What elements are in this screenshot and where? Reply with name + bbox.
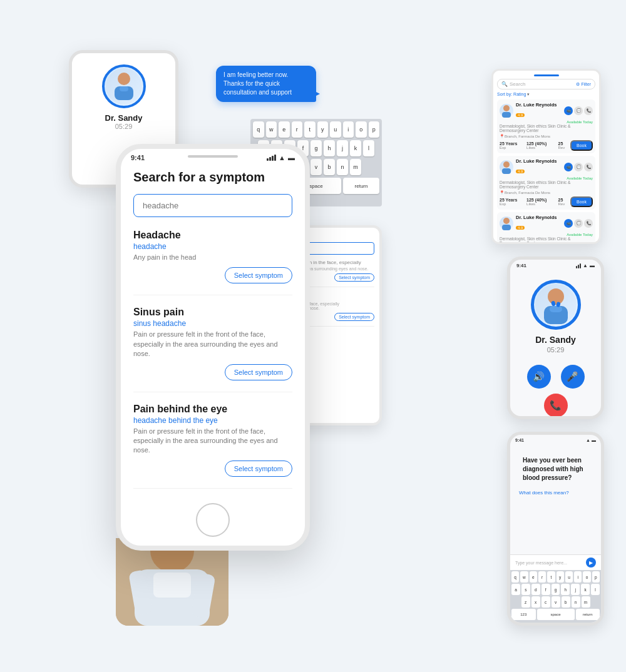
cb-key-s[interactable]: s [521,584,530,595]
key-w[interactable]: w [266,121,277,138]
cb-key-l[interactable]: l [591,584,600,595]
book-btn-2[interactable]: Book [570,196,593,207]
key-q[interactable]: q [253,121,264,138]
filter-label: Filter [581,82,591,86]
call-btn-1[interactable]: 📞 [584,106,593,115]
cb-key-k[interactable]: k [581,584,590,595]
select-symptom-btn-sinus[interactable]: Select symptom [225,364,292,380]
key-e[interactable]: e [279,121,290,138]
doctor-rating-2: 4.9 [516,170,525,173]
cb-key-e[interactable]: e [530,571,537,583]
call-wifi-icon: ▲ [583,263,588,268]
cb-key-z[interactable]: z [521,596,530,608]
key-h[interactable]: h [324,140,335,156]
cb-key-return[interactable]: return [576,609,600,620]
chat-bubble: I am feeling better now. Thanks for the … [216,66,316,102]
key-i[interactable]: i [343,121,354,138]
cb-key-r[interactable]: r [538,571,546,583]
cb-key-q[interactable]: q [511,571,519,583]
doctor-location-2: 📍 Branch, Farmacia De Mons [500,190,593,195]
cb-key-y[interactable]: y [557,571,564,583]
select-symptom-btn-1[interactable]: Select symptom [334,273,374,282]
call-signal-icon [576,263,581,268]
call-avatar-ring [531,280,581,330]
main-phone: 9:41 ▲ ▬ Search for a symptom Headache h… [116,144,310,551]
dl-search-bar[interactable]: 🔍 Search ⚙ Filter [497,79,595,89]
chat-btn-3[interactable]: 💬 [574,219,583,228]
chat-btn-1[interactable]: 💬 [574,106,583,115]
key-j[interactable]: j [337,140,348,156]
key-k[interactable]: k [350,140,361,156]
video-call-btn-2[interactable]: 📹 [564,163,573,171]
doctor-info-2: Dr. Luke Reynolds 4.9 [516,158,562,175]
cb-key-d[interactable]: d [531,584,540,595]
doctor-avatar-2 [500,160,513,174]
wifi-icon: ▲ [279,154,285,161]
speaker-button[interactable]: 🔊 [527,365,551,389]
cb-key-t[interactable]: t [547,571,555,583]
call-btn-2[interactable]: 📞 [584,163,593,171]
video-call-btn-3[interactable]: 📹 [564,219,573,228]
cb-key-i[interactable]: i [574,571,582,583]
key-p[interactable]: p [369,121,380,138]
key-m[interactable]: m [350,159,361,175]
key-n[interactable]: n [337,159,348,175]
doctor-avatar-inner [106,68,142,104]
select-symptom-btn-headache[interactable]: Select symptom [225,267,292,283]
symptom-desc-headache: Any pain in the head [133,253,292,262]
key-y[interactable]: y [317,121,329,138]
svg-rect-11 [550,306,562,312]
doctor-card-2: Dr. Luke Reynolds 4.9 📹 💬 📞 Available To… [497,156,595,210]
cb-key-p[interactable]: p [592,571,600,583]
call-btn-3[interactable]: 📞 [584,219,593,228]
cb-key-f[interactable]: f [541,584,550,595]
cb-key-h[interactable]: h [561,584,570,595]
cb-key-u[interactable]: u [565,571,573,583]
video-call-btn-1[interactable]: 📹 [564,106,573,115]
call-duration: 05:29 [547,346,565,354]
key-g[interactable]: g [310,140,322,156]
cb-key-j[interactable]: j [571,584,580,595]
doctor-rating-3: 4.9 [516,226,525,230]
call-controls: 🔊 🎤 📞 [527,365,585,417]
person-figure [116,538,228,626]
cb-key-123[interactable]: 123 [511,609,536,620]
cb-key-c[interactable]: c [541,596,550,608]
key-return[interactable]: return [343,178,379,194]
key-r[interactable]: r [292,121,303,138]
send-button[interactable]: ▶ [586,557,596,568]
key-b[interactable]: b [324,159,335,175]
key-u[interactable]: u [330,121,341,138]
cb-key-v[interactable]: v [552,596,560,608]
call-avatar-inner [535,284,577,325]
book-btn-1[interactable]: Book [570,140,593,151]
cb-key-a[interactable]: a [511,584,520,595]
key-o[interactable]: o [356,121,367,138]
cb-key-o[interactable]: o [583,571,590,583]
symptom-item-eye: Pain behind the eye headache behind the … [133,404,292,489]
chat-btn-2[interactable]: 💬 [574,163,583,171]
select-symptom-btn-2[interactable]: Select symptom [334,313,374,321]
end-call-button[interactable]: 📞 [544,394,568,417]
key-l[interactable]: l [363,140,374,156]
cb-key-w[interactable]: w [520,571,528,583]
key-v[interactable]: v [310,159,322,175]
symptom-tag-eye: headache behind the eye [133,416,292,425]
mute-button[interactable]: 🎤 [561,365,585,389]
status-time: 9:41 [131,154,145,161]
cb-key-n[interactable]: n [572,596,580,608]
doctor-avatar-ring [102,64,146,108]
cb-key-space[interactable]: space [537,609,575,620]
search-input[interactable] [133,194,292,217]
cb-key-b[interactable]: b [562,596,570,608]
call-avatar-section: Dr. Sandy 05:29 [531,280,581,354]
cb-key-x[interactable]: x [531,596,540,608]
chat-info-link[interactable]: What does this mean? [519,490,592,496]
filter-button[interactable]: ⚙ Filter [576,82,591,87]
key-t[interactable]: t [304,121,316,138]
cb-key-g[interactable]: g [552,584,560,595]
svg-rect-2 [120,86,128,91]
svg-point-3 [503,105,510,111]
select-symptom-btn-eye[interactable]: Select symptom [225,461,292,477]
cb-key-m[interactable]: m [582,596,590,608]
